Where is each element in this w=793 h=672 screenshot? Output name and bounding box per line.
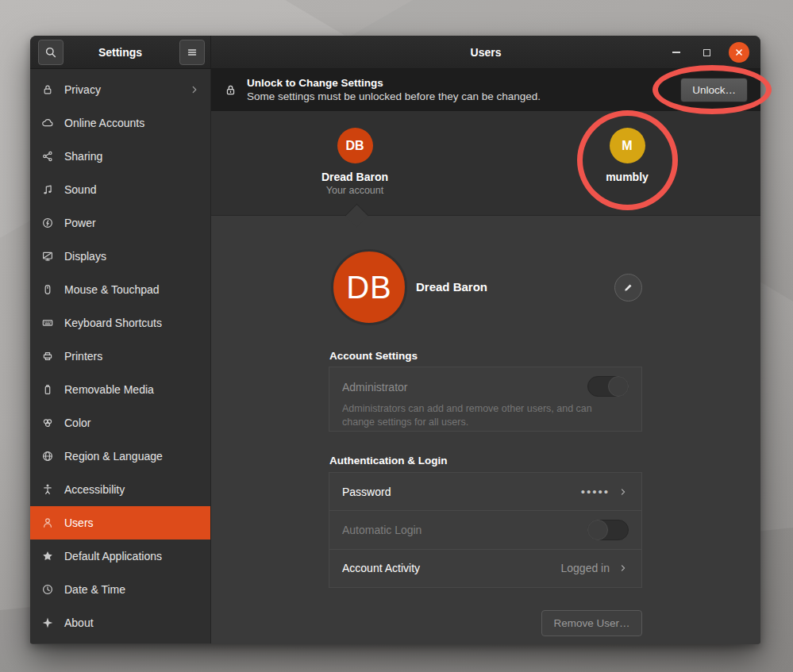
sidebar-title: Settings bbox=[98, 46, 142, 59]
sidebar-item-label: Sound bbox=[64, 183, 96, 196]
sidebar-header: Settings bbox=[30, 36, 211, 68]
minimize-button[interactable] bbox=[668, 44, 684, 60]
banner-subtitle: Some settings must be unlocked before th… bbox=[247, 90, 541, 104]
maximize-button[interactable] bbox=[699, 44, 714, 60]
cloud-icon bbox=[41, 117, 54, 129]
page-title: Users bbox=[471, 46, 502, 59]
sidebar-item-label: Users bbox=[64, 516, 94, 529]
sidebar-item-date-and-time[interactable]: Date & Time bbox=[30, 573, 210, 606]
sidebar-item-label: About bbox=[64, 616, 94, 629]
auth-login-heading: Authentication & Login bbox=[329, 455, 447, 467]
search-icon bbox=[44, 46, 57, 59]
account-activity-row[interactable]: Account Activity Logged in bbox=[329, 550, 641, 587]
avatar: M bbox=[610, 128, 645, 163]
lock-icon bbox=[224, 83, 237, 97]
sidebar-item-label: Privacy bbox=[64, 83, 101, 96]
sidebar-item-privacy[interactable]: Privacy bbox=[30, 73, 210, 106]
user-subtitle: Your account bbox=[326, 185, 384, 196]
power-icon bbox=[41, 217, 54, 229]
sidebar-item-label: Color bbox=[64, 417, 90, 429]
close-button[interactable] bbox=[729, 42, 749, 63]
sidebar-item-label: Removable Media bbox=[64, 383, 154, 396]
password-row[interactable]: Password ••••• bbox=[329, 473, 641, 511]
sidebar-item-label: Mouse & Touchpad bbox=[64, 283, 160, 296]
sidebar-item-keyboard-shortcuts[interactable]: Keyboard Shortcuts bbox=[30, 306, 210, 340]
profile-name: Dread Baron bbox=[416, 280, 487, 294]
sidebar-item-label: Printers bbox=[64, 350, 102, 363]
chevron-right-icon bbox=[618, 486, 629, 497]
hamburger-icon bbox=[186, 46, 198, 59]
selected-user-pointer bbox=[345, 204, 369, 228]
pencil-icon bbox=[622, 282, 634, 294]
account-activity-value: Logged in bbox=[560, 562, 610, 574]
clock-icon bbox=[41, 583, 54, 596]
automatic-login-label: Automatic Login bbox=[342, 524, 422, 536]
sidebar-item-users[interactable]: Users bbox=[30, 506, 210, 540]
account-activity-label: Account Activity bbox=[342, 562, 420, 574]
star-icon bbox=[41, 550, 54, 563]
sidebar-item-label: Keyboard Shortcuts bbox=[64, 317, 162, 329]
sidebar-item-label: Default Applications bbox=[64, 550, 162, 563]
sidebar-item-sharing[interactable]: Sharing bbox=[30, 140, 210, 173]
display-icon bbox=[41, 250, 54, 263]
sidebar-item-accessibility[interactable]: Accessibility bbox=[30, 473, 210, 506]
lock-icon bbox=[41, 83, 54, 96]
remove-user-button[interactable]: Remove User… bbox=[541, 610, 642, 636]
administrator-label: Administrator bbox=[342, 381, 407, 394]
sidebar-item-region-and-language[interactable]: Region & Language bbox=[30, 440, 210, 473]
globe-icon bbox=[41, 450, 54, 463]
sidebar-item-label: Accessibility bbox=[64, 483, 125, 496]
avatar: DB bbox=[337, 128, 373, 163]
close-icon bbox=[733, 47, 745, 58]
sidebar-list: PrivacyOnline AccountsSharingSoundPowerD… bbox=[30, 69, 211, 643]
automatic-login-toggle[interactable] bbox=[587, 520, 629, 540]
menu-button[interactable] bbox=[179, 40, 205, 65]
banner-title: Unlock to Change Settings bbox=[247, 77, 541, 90]
sidebar-item-removable-media[interactable]: Removable Media bbox=[30, 373, 210, 406]
sidebar-item-label: Online Accounts bbox=[64, 117, 144, 129]
sidebar-item-label: Sharing bbox=[64, 150, 102, 163]
administrator-row: Administrator Administrators can add and… bbox=[329, 367, 642, 432]
content-header: Users bbox=[211, 36, 760, 68]
administrator-toggle[interactable] bbox=[587, 376, 629, 397]
auth-login-group: Password ••••• Automatic Login Acc bbox=[329, 472, 642, 588]
users-icon bbox=[41, 516, 54, 529]
sidebar-item-color[interactable]: Color bbox=[30, 406, 210, 440]
banner-text: Unlock to Change Settings Some settings … bbox=[247, 77, 541, 104]
sidebar-item-default-applications[interactable]: Default Applications bbox=[30, 540, 210, 573]
color-icon bbox=[41, 417, 54, 429]
sidebar-item-online-accounts[interactable]: Online Accounts bbox=[30, 106, 210, 140]
user-carousel: DB Dread Baron Your account M mumbly bbox=[211, 111, 760, 216]
edit-name-button[interactable] bbox=[614, 274, 642, 301]
about-icon bbox=[41, 616, 54, 629]
titlebar: Settings Users bbox=[30, 36, 760, 69]
sidebar-item-sound[interactable]: Sound bbox=[30, 173, 210, 206]
account-settings-heading: Account Settings bbox=[329, 350, 418, 362]
sidebar-item-mouse-and-touchpad[interactable]: Mouse & Touchpad bbox=[30, 273, 210, 306]
minimize-icon bbox=[672, 52, 680, 53]
search-button[interactable] bbox=[38, 40, 64, 65]
unlock-button[interactable]: Unlock… bbox=[680, 78, 748, 102]
accessibility-icon bbox=[41, 483, 54, 496]
unlock-banner: Unlock to Change Settings Some settings … bbox=[211, 69, 760, 111]
share-icon bbox=[41, 150, 54, 163]
sidebar-item-displays[interactable]: Displays bbox=[30, 240, 210, 273]
profile-avatar[interactable]: DB bbox=[331, 249, 407, 325]
window-controls bbox=[668, 36, 749, 69]
toggle-knob bbox=[608, 376, 629, 397]
sidebar-item-printers[interactable]: Printers bbox=[30, 340, 210, 373]
settings-window: Settings Users PrivacyOnline AccountsSha bbox=[30, 36, 760, 644]
toggle-knob bbox=[587, 520, 608, 540]
sidebar-item-label: Power bbox=[64, 217, 96, 229]
user-name: Dread Baron bbox=[321, 171, 388, 183]
sidebar-item-power[interactable]: Power bbox=[30, 206, 210, 240]
user-chip-mumbly[interactable]: M mumbly bbox=[564, 128, 691, 183]
sidebar-item-about[interactable]: About bbox=[30, 606, 210, 639]
password-label: Password bbox=[342, 486, 391, 498]
keyboard-icon bbox=[41, 317, 54, 329]
sidebar-item-label: Date & Time bbox=[64, 583, 125, 596]
sound-icon bbox=[41, 183, 54, 196]
chevron-right-icon bbox=[188, 83, 201, 96]
user-chip-dread-baron[interactable]: DB Dread Baron Your account bbox=[291, 128, 418, 196]
chevron-right-icon bbox=[618, 563, 629, 574]
